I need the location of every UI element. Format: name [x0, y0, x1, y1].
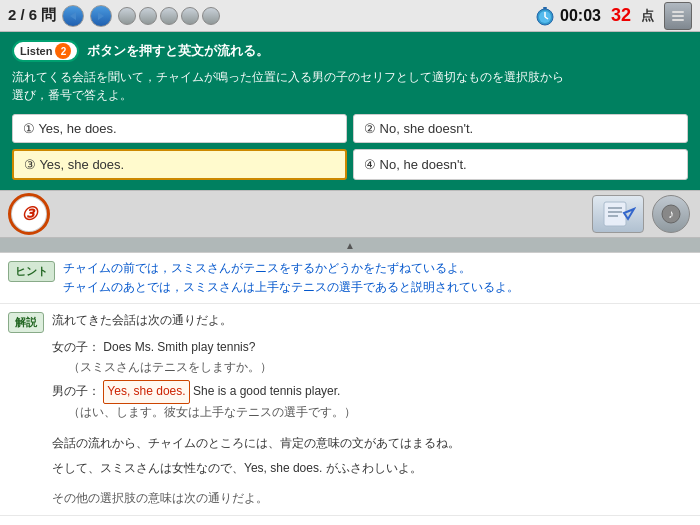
girl-line: 女の子： Does Ms. Smith play tennis?	[52, 337, 692, 359]
svg-rect-6	[543, 7, 547, 9]
instruction-text: ボタンを押すと英文が流れる。	[87, 42, 269, 60]
listen-header: Listen 2 ボタンを押すと英文が流れる。	[12, 40, 688, 62]
answer-ring	[8, 193, 50, 235]
summary-line-2: そして、スミスさんは女性なので、Yes, she does. がふさわしいよ。	[52, 458, 692, 480]
choice-3[interactable]: ③ Yes, she does.	[12, 149, 347, 180]
question-desc: 流れてくる会話を聞いて，チャイムが鳴った位置に入る男の子のセリフとして適切なもの…	[12, 68, 688, 104]
top-bar: 2 / 6 問 00:03 32	[0, 0, 700, 32]
check-button[interactable]	[592, 195, 644, 233]
svg-rect-9	[672, 19, 684, 21]
hint-line-1: チャイムの前では，スミスさんがテニスをするかどうかをたずねているよ。	[63, 259, 519, 278]
svg-rect-8	[672, 15, 684, 17]
nav-circle-2[interactable]	[139, 7, 157, 25]
controls-bar: ③ ♪	[0, 190, 700, 238]
boy-speaker: 男の子：	[52, 384, 100, 398]
explanation-footer: その他の選択肢の意味は次の通りだよ。	[52, 488, 692, 510]
hint-label: ヒント	[8, 261, 55, 282]
score-unit: 点	[641, 7, 654, 25]
choice-1[interactable]: ① Yes, he does.	[12, 114, 347, 143]
listen-label: Listen	[20, 45, 52, 57]
top-left: 2 / 6 問	[8, 5, 220, 27]
nav-circle-4[interactable]	[181, 7, 199, 25]
nav-next-btn[interactable]	[90, 5, 112, 27]
hint-panel: ヒント チャイムの前では，スミスさんがテニスをするかどうかをたずねているよ。 チ…	[0, 252, 700, 525]
collapse-bar[interactable]: ▲	[0, 238, 700, 252]
answer-display: ③	[10, 195, 48, 233]
hint-line-2: チャイムのあとでは，スミスさんは上手なテニスの選手であると説明されているよ。	[63, 278, 519, 297]
choice-4[interactable]: ④ No, he doesn't.	[353, 149, 688, 180]
choices-grid: ① Yes, he does. ② No, she doesn't. ③ Yes…	[12, 114, 688, 180]
timer: 00:03	[534, 5, 601, 27]
right-controls: ♪	[592, 195, 690, 233]
question-panel: Listen 2 ボタンを押すと英文が流れる。 流れてくる会話を聞いて，チャイム…	[0, 32, 700, 190]
explanation-header: 解説 流れてきた会話は次の通りだよ。	[8, 310, 692, 333]
summary-line-1: 会話の流れから、チャイムのところには、肯定の意味の文があてはまるね。	[52, 433, 692, 455]
hint-text: チャイムの前では，スミスさんがテニスをするかどうかをたずねているよ。 チャイムの…	[63, 259, 519, 297]
timer-icon	[534, 5, 556, 27]
svg-marker-0	[70, 12, 76, 20]
nav-circle-5[interactable]	[202, 7, 220, 25]
svg-text:♪: ♪	[668, 207, 674, 221]
question-counter: 2 / 6 問	[8, 6, 56, 25]
nav-circle-1[interactable]	[118, 7, 136, 25]
hint-row: ヒント チャイムの前では，スミスさんがテニスをするかどうかをたずねているよ。 チ…	[0, 253, 700, 304]
score-value: 32	[611, 5, 631, 26]
girl-speaker: 女の子：	[52, 340, 100, 354]
girl-dialog: Does Ms. Smith play tennis?	[103, 340, 255, 354]
listen-number: 2	[55, 43, 71, 59]
girl-translation: （スミスさんはテニスをしますか。）	[52, 359, 692, 376]
boy-line: 男の子： Yes, she does. She is a good tennis…	[52, 380, 692, 404]
menu-icon	[670, 8, 686, 24]
summary-block: 会話の流れから、チャイムのところには、肯定の意味の文があてはまるね。 そして、ス…	[8, 429, 692, 480]
boy-translation: （はい、します。彼女は上手なテニスの選手です。）	[52, 404, 692, 421]
check-icon	[600, 199, 636, 229]
top-right: 00:03 32 点	[534, 2, 692, 30]
nav-circles	[118, 7, 220, 25]
hint-expand-button[interactable]: ♪	[652, 195, 690, 233]
svg-marker-1	[98, 12, 104, 20]
svg-rect-10	[604, 202, 626, 226]
menu-button[interactable]	[664, 2, 692, 30]
nav-prev-btn[interactable]	[62, 5, 84, 27]
collapse-arrow: ▲	[345, 240, 355, 251]
explanation-row: 解説 流れてきた会話は次の通りだよ。 女の子： Does Ms. Smith p…	[0, 304, 700, 516]
footer-block: その他の選択肢の意味は次の通りだよ。	[8, 484, 692, 510]
boy-highlight: Yes, she does.	[103, 380, 189, 404]
timer-value: 00:03	[560, 7, 601, 25]
explanation-label: 解説	[8, 312, 44, 333]
nav-circle-3[interactable]	[160, 7, 178, 25]
explanation-intro: 流れてきた会話は次の通りだよ。	[52, 310, 232, 332]
speaker-icon: ♪	[661, 204, 681, 224]
dialog-block: 女の子： Does Ms. Smith play tennis? （スミスさんは…	[8, 337, 692, 420]
explanation-intro-text: 流れてきた会話は次の通りだよ。	[52, 313, 232, 327]
choice-2[interactable]: ② No, she doesn't.	[353, 114, 688, 143]
listen-badge: Listen 2	[12, 40, 79, 62]
boy-dialog-suffix: She is a good tennis player.	[193, 384, 340, 398]
svg-rect-7	[672, 11, 684, 13]
